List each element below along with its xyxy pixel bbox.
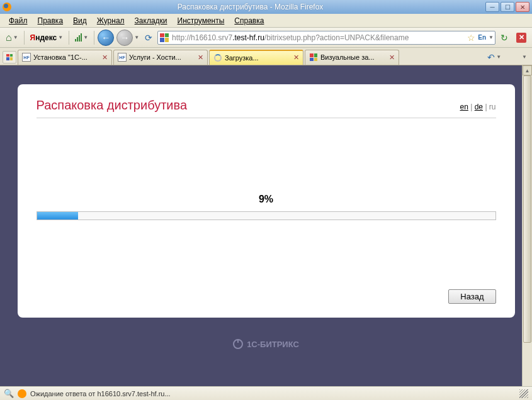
lang-badge[interactable]: En <box>478 34 486 41</box>
menu-tools[interactable]: Инструменты <box>174 15 229 26</box>
tab-favicon <box>309 53 318 62</box>
toolbar: ⌂ ▼ Яндекс ▼ ▼ ← → ▼ ⟳ http://h16610.srv… <box>0 28 532 48</box>
signal-icon <box>75 33 82 42</box>
windows-flag-icon <box>160 33 169 42</box>
menubar: Файл Правка Вид Журнал Закладки Инструме… <box>0 14 532 28</box>
arrow-right-icon: → <box>116 30 133 46</box>
tab-label: Визуальные за... <box>320 53 387 61</box>
grid-icon <box>6 54 13 60</box>
menu-edit[interactable]: Правка <box>34 15 67 26</box>
arrow-left-icon: ← <box>98 30 114 46</box>
status-text: Ожидание ответа от h16610.srv7.test-hf.r… <box>30 390 516 397</box>
lang-de-link[interactable]: de <box>475 103 483 111</box>
bookmark-star-icon[interactable]: ☆ <box>467 33 475 43</box>
brand-footer: 1С-БИТРИКС <box>233 330 299 358</box>
divider <box>37 118 496 118</box>
scroll-up-button[interactable]: ▲ <box>523 65 532 75</box>
menu-view[interactable]: Вид <box>69 15 91 26</box>
tab-1[interactable]: HFУслуги - Хости...✕ <box>113 50 208 65</box>
resize-grip[interactable] <box>519 389 528 398</box>
home-button[interactable]: ⌂ ▼ <box>3 30 21 45</box>
tab-close-icon[interactable]: ✕ <box>293 53 299 62</box>
back-button[interactable]: Назад <box>448 289 495 304</box>
stop-icon: ✕ <box>516 33 526 43</box>
separator <box>69 31 69 45</box>
nav-forward-button[interactable]: → ▼ <box>116 30 140 45</box>
firefox-icon[interactable] <box>508 52 518 62</box>
new-tab-button[interactable] <box>3 51 16 64</box>
lang-ru-current: ru <box>489 103 496 111</box>
firefox-icon <box>3 3 11 11</box>
tab-label: Установка "1С-... <box>33 53 99 61</box>
stop-button[interactable]: ✕ <box>513 30 529 45</box>
tab-close-icon[interactable]: ✕ <box>389 53 395 62</box>
tab-label: Загрузка... <box>225 54 291 62</box>
tab-favicon: HF <box>118 53 127 62</box>
progress-fill <box>37 212 79 219</box>
maximize-button[interactable]: ☐ <box>501 2 514 12</box>
home-icon: ⌂ <box>6 32 12 43</box>
minimize-button[interactable]: ─ <box>485 2 499 12</box>
reload-icon: ⟳ <box>145 33 152 43</box>
chevron-down-icon: ▼ <box>58 35 63 40</box>
arrow-refresh-icon: ↻ <box>501 33 508 43</box>
tab-favicon <box>213 53 222 62</box>
scroll-thumb[interactable] <box>523 75 531 343</box>
tabbar: HFУстановка "1С-...✕HFУслуги - Хости...✕… <box>0 48 532 65</box>
tab-favicon: HF <box>22 53 31 62</box>
progress-bar <box>37 211 496 220</box>
statusbar: 🔍 Ожидание ответа от h16610.srv7.test-hf… <box>0 386 532 400</box>
go-button[interactable]: ↻ <box>497 30 512 45</box>
bitrix-logo-icon <box>233 339 243 349</box>
menu-history[interactable]: Журнал <box>93 15 128 26</box>
chevron-down-icon: ▼ <box>83 35 88 40</box>
chevron-down-icon: ▼ <box>134 35 139 40</box>
window-title: Распаковка дистрибутива - Mozilla Firefo… <box>15 3 485 11</box>
menu-file[interactable]: Файл <box>5 15 31 26</box>
page-title: Распаковка дистрибутива <box>37 98 188 113</box>
chevron-down-icon: ▼ <box>13 35 18 40</box>
tab-0[interactable]: HFУстановка "1С-...✕ <box>18 50 112 65</box>
url-text: http://h16610.srv7.test-hf.ru/bitrixsetu… <box>172 33 465 42</box>
firefox-small-icon[interactable] <box>18 389 26 398</box>
lang-en-link[interactable]: en <box>460 103 468 111</box>
tab-close-icon[interactable]: ✕ <box>198 53 203 62</box>
tab-label: Услуги - Хости... <box>129 53 195 61</box>
chevron-down-icon[interactable]: ▼ <box>522 54 527 60</box>
url-bar[interactable]: http://h16610.srv7.test-hf.ru/bitrixsetu… <box>157 31 495 45</box>
chevron-down-icon[interactable]: ▼ <box>489 35 494 40</box>
menu-help[interactable]: Справка <box>230 15 268 26</box>
progress-label: 9% <box>37 194 496 205</box>
signal-button[interactable]: ▼ <box>72 30 91 45</box>
window-titlebar: Распаковка дистрибутива - Mozilla Firefo… <box>0 0 532 14</box>
nav-back-button[interactable]: ← <box>97 30 115 45</box>
yandex-label: Яндекс <box>30 33 57 42</box>
menu-bookmarks[interactable]: Закладки <box>131 15 171 26</box>
install-panel: Распаковка дистрибутива en | de | ru 9% … <box>18 84 515 318</box>
brand-text: 1С-БИТРИКС <box>247 340 299 349</box>
language-switcher: en | de | ru <box>460 103 496 111</box>
separator <box>94 31 94 45</box>
tab-history-button[interactable]: ↶ ▼ <box>484 50 504 65</box>
separator <box>24 31 25 45</box>
undo-icon: ↶ <box>487 52 495 62</box>
yandex-button[interactable]: Яндекс ▼ <box>27 30 67 45</box>
site-favicon <box>159 33 169 43</box>
tab-2[interactable]: Загрузка...✕ <box>209 50 303 65</box>
content-area: Распаковка дистрибутива en | de | ru 9% … <box>0 65 532 400</box>
chevron-down-icon: ▼ <box>496 54 501 60</box>
close-window-button[interactable]: ✕ <box>516 2 529 12</box>
reload-button[interactable]: ⟳ <box>141 30 156 45</box>
tab-close-icon[interactable]: ✕ <box>102 53 108 62</box>
vertical-scrollbar[interactable]: ▲ ▼ <box>522 65 532 400</box>
search-icon[interactable]: 🔍 <box>4 389 14 398</box>
tab-3[interactable]: Визуальные за...✕ <box>305 50 399 65</box>
